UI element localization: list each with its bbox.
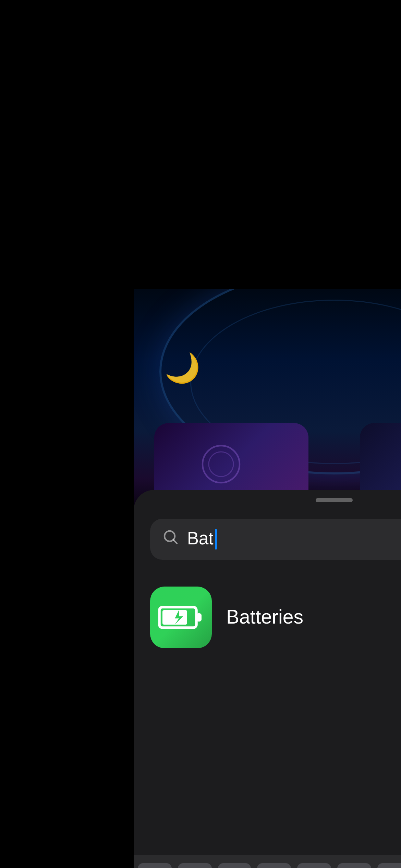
screen: 🌙 [0,0,134,289]
